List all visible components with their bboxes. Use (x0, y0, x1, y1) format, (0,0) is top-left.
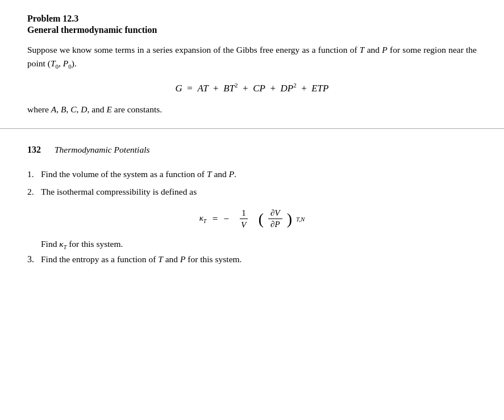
list-number-2: 2. (27, 185, 38, 199)
list-content-1: Find the volume of the system as a funct… (41, 167, 477, 182)
list-number-3: 3. (27, 254, 38, 264)
equation-kT: κT = − 1 V ( ∂V ∂P ) T,N (27, 208, 477, 230)
problem-list: 1. Find the volume of the system as a fu… (27, 167, 477, 199)
bottom-section: 132 Thermodynamic Potentials 1. Find the… (0, 129, 504, 420)
list-item-3: 3. Find the entropy as a function of T a… (27, 254, 477, 264)
where-text: where A, B, C, D, and E are constants. (27, 104, 477, 115)
list-content-2: The isothermal compressibility is define… (41, 185, 477, 199)
list-number-1: 1. (27, 167, 38, 182)
chapter-title: Thermodynamic Potentials (55, 145, 149, 155)
find-kT-text: Find κT for this system. (27, 239, 477, 250)
intro-text: Suppose we know some terms in a series e… (27, 43, 477, 72)
page-container: Problem 12.3 General thermodynamic funct… (0, 0, 504, 420)
problem-title: Problem 12.3 (27, 14, 477, 24)
problem-subtitle: General thermodynamic function (27, 25, 477, 35)
equation-G: G = AT + BT2 + CP + DP2 + ETP (27, 82, 477, 94)
list-item: 1. Find the volume of the system as a fu… (27, 167, 477, 182)
list-item: 2. The isothermal compressibility is def… (27, 185, 477, 199)
page-number: 132 (27, 145, 41, 155)
top-section: Problem 12.3 General thermodynamic funct… (0, 0, 504, 128)
page-header: 132 Thermodynamic Potentials (27, 145, 477, 155)
list-content-3: Find the entropy as a function of T and … (41, 254, 477, 264)
